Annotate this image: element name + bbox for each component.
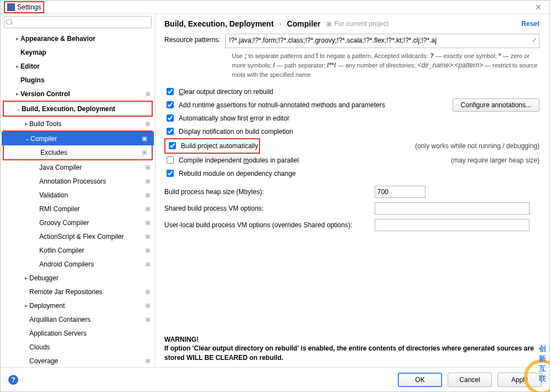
build-auto-note: (only works while not running / debuggin… xyxy=(415,142,539,150)
check-rebuild-dep-label: Rebuild module on dependency change xyxy=(179,170,296,177)
window-title: Settings xyxy=(17,3,41,11)
tree-deployment[interactable]: ▸Deployment▣ xyxy=(1,299,155,312)
resource-patterns-row: Resource patterns: !?*.java;!?*.form;!?*… xyxy=(164,34,539,48)
tree-as-flex-compiler[interactable]: ActionScript & Flex Compiler▣ xyxy=(1,229,155,243)
tree-remote-jar[interactable]: Remote Jar Repositories▣ xyxy=(1,285,155,299)
checkbox-notify[interactable] xyxy=(167,128,174,135)
tree-bed[interactable]: ⌄Build, Execution, Deployment xyxy=(2,102,154,116)
chevron-right-icon: › xyxy=(279,20,282,28)
checkbox-parallel[interactable] xyxy=(167,156,174,164)
tree-compiler[interactable]: ⌄Compiler▣ xyxy=(2,132,154,145)
project-icon: ▣ xyxy=(145,164,151,171)
project-icon: ▣ xyxy=(145,316,151,323)
check-clear-output-label: Clear output directory on rebuild xyxy=(179,88,273,96)
user-vm-input[interactable] xyxy=(375,219,530,231)
project-icon: ▣ xyxy=(145,90,151,97)
project-icon: ▣ xyxy=(145,120,151,127)
project-icon: ▣ xyxy=(145,219,151,226)
breadcrumb: Build, Execution, Deployment › Compiler … xyxy=(164,19,539,28)
tree-android-compilers[interactable]: Android Compilers▣ xyxy=(1,257,155,271)
checkbox-assertions[interactable] xyxy=(167,101,174,108)
reset-link[interactable]: Reset xyxy=(521,20,539,28)
tree-java-compiler[interactable]: Java Compiler▣ xyxy=(1,160,155,174)
tree-bed-highlight: ⌄Build, Execution, Deployment xyxy=(3,101,153,117)
tree-kotlin-compiler[interactable]: Kotlin Compiler▣ xyxy=(1,243,155,257)
check-auto-error-label: Automatically show first error in editor xyxy=(179,114,289,122)
title-highlight: Settings xyxy=(4,1,44,13)
content-panel: Build, Execution, Deployment › Compiler … xyxy=(155,14,549,367)
tree-plugins[interactable]: Plugins xyxy=(1,73,155,87)
settings-tree: ▸Appearance & Behavior Keymap ▸Editor Pl… xyxy=(1,30,155,367)
check-parallel-label: Compile independent modules in parallel xyxy=(179,156,299,164)
expand-icon[interactable]: ⤢ xyxy=(532,36,537,44)
tree-version-control[interactable]: ▸Version Control▣ xyxy=(1,87,155,101)
user-vm-row: User-local build process VM options (ove… xyxy=(164,217,539,233)
parallel-note: (may require larger heap size) xyxy=(451,156,539,164)
project-icon: ▣ xyxy=(145,205,151,212)
checkbox-build-auto[interactable] xyxy=(169,142,176,149)
ok-button[interactable]: OK xyxy=(398,373,442,387)
close-icon[interactable]: ✕ xyxy=(531,3,546,12)
search-wrap xyxy=(1,14,155,30)
project-icon: ▣ xyxy=(145,247,151,254)
checkbox-auto-error[interactable] xyxy=(167,114,174,122)
tree-clouds[interactable]: Clouds xyxy=(1,340,155,354)
check-notify: Display notification on build completion xyxy=(164,125,539,138)
tree-coverage[interactable]: Coverage▣ xyxy=(1,354,155,367)
check-build-auto-label: Build project automatically xyxy=(181,142,258,150)
tree-compiler-highlight: ⌄Compiler▣ Excludes▣ xyxy=(3,130,153,160)
warning-title: WARNING! xyxy=(164,335,539,344)
project-icon: ▣ xyxy=(142,135,147,142)
tree-app-servers[interactable]: Application Servers xyxy=(1,326,155,340)
tree-validation[interactable]: Validation▣ xyxy=(1,188,155,202)
resource-patterns-input[interactable]: !?*.java;!?*.form;!?*.class;!?*.groovy;!… xyxy=(225,34,539,48)
dialog-footer: ? OK Cancel Apply xyxy=(1,367,549,391)
for-project-label: ▣For current project xyxy=(326,20,388,28)
settings-dialog: Settings ✕ ▸Appearance & Behavior Keymap… xyxy=(0,0,550,392)
project-icon: ▣ xyxy=(145,191,151,198)
tree-build-tools[interactable]: ▸Build Tools▣ xyxy=(1,117,155,130)
warning-block: WARNING! If option 'Clear output directo… xyxy=(164,335,539,367)
tree-editor[interactable]: ▸Editor xyxy=(1,59,155,73)
checkbox-clear-output[interactable] xyxy=(167,88,174,95)
tree-appearance[interactable]: ▸Appearance & Behavior xyxy=(1,32,155,45)
heap-size-input[interactable] xyxy=(375,186,426,198)
tree-groovy-compiler[interactable]: Groovy Compiler▣ xyxy=(1,216,155,229)
apply-button[interactable]: Apply xyxy=(497,373,542,387)
resource-patterns-help: Use ; to separate patterns and ! to nega… xyxy=(232,51,539,80)
project-icon: ▣ xyxy=(142,149,147,156)
resource-patterns-label: Resource patterns: xyxy=(164,34,225,44)
cancel-button[interactable]: Cancel xyxy=(448,373,492,387)
tree-rmi-compiler[interactable]: RMI Compiler▣ xyxy=(1,202,155,216)
project-icon: ▣ xyxy=(145,260,151,268)
project-icon: ▣ xyxy=(145,177,151,185)
breadcrumb-leaf: Compiler xyxy=(287,19,321,28)
user-vm-label: User-local build process VM options (ove… xyxy=(164,221,375,229)
check-clear-output: Clear output directory on rebuild xyxy=(164,85,539,98)
check-notify-label: Display notification on build completion xyxy=(179,128,293,135)
check-auto-error: Automatically show first error in editor xyxy=(164,112,539,125)
warning-body: If option 'Clear output directory on reb… xyxy=(164,344,539,363)
tree-debugger[interactable]: ▸Debugger xyxy=(1,271,155,285)
help-icon[interactable]: ? xyxy=(8,375,18,385)
shared-vm-input[interactable] xyxy=(375,202,530,215)
check-rebuild-dep: Rebuild module on dependency change xyxy=(164,167,539,180)
check-assertions-label: Add runtime assertions for notnull-annot… xyxy=(179,101,385,109)
build-auto-highlight: Build project automatically xyxy=(164,138,260,154)
breadcrumb-root: Build, Execution, Deployment xyxy=(164,19,274,28)
configure-annotations-button[interactable]: Configure annotations... xyxy=(453,98,539,112)
resource-patterns-value: !?*.java;!?*.form;!?*.class;!?*.groovy;!… xyxy=(229,36,437,44)
shared-vm-label: Shared build process VM options: xyxy=(164,205,375,212)
tree-excludes[interactable]: Excludes▣ xyxy=(2,145,154,159)
check-parallel-row: Compile independent modules in parallel … xyxy=(164,154,539,167)
search-input[interactable] xyxy=(4,16,152,28)
tree-arquillian[interactable]: Arquillian Containers▣ xyxy=(1,312,155,326)
tree-annotation-processors[interactable]: Annotation Processors▣ xyxy=(1,174,155,188)
shared-vm-row: Shared build process VM options: xyxy=(164,200,539,217)
tree-keymap[interactable]: Keymap xyxy=(1,45,155,59)
project-icon: ▣ xyxy=(145,233,151,240)
project-icon: ▣ xyxy=(145,288,151,295)
titlebar: Settings ✕ xyxy=(1,1,549,14)
checkbox-rebuild-dep[interactable] xyxy=(167,170,174,177)
app-icon xyxy=(7,3,15,11)
